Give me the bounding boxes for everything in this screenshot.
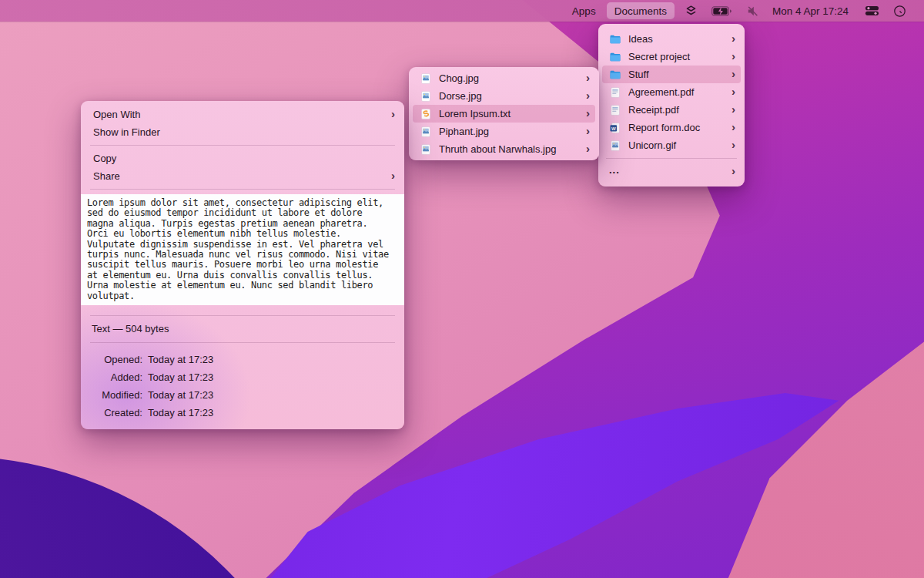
menu-item-lorem-ipsum-txt[interactable]: Lorem Ipsum.txt › (413, 105, 595, 123)
desktop: Apps Documents Mon 4 Apr 17:24 (0, 0, 924, 578)
menu-item-label: Copy (93, 153, 395, 164)
date-value: Today at 17:23 (148, 407, 213, 418)
menu-item-label: Dorse.jpg (439, 90, 576, 102)
date-value: Today at 17:23 (148, 371, 213, 383)
menu-bar: Apps Documents Mon 4 Apr 17:24 (0, 0, 924, 22)
menu-item-label: Agreement.pdf (628, 86, 721, 98)
menu-item-dorse-jpg[interactable]: Dorse.jpg › (409, 87, 599, 105)
menu-item-ideas[interactable]: Ideas › (598, 30, 745, 48)
menu-item-label: Thruth about Narwhals.jpg (439, 143, 576, 155)
chevron-right-icon: › (582, 125, 590, 136)
menu-item-share[interactable]: Share › (81, 167, 404, 185)
image-file-icon (420, 72, 433, 85)
text-file-icon (420, 107, 433, 120)
menu-separator (90, 342, 395, 343)
chevron-right-icon: › (728, 50, 735, 62)
folder-icon (609, 32, 622, 45)
menu-item-label: Unicorn.gif (628, 139, 721, 151)
menubar-clock[interactable]: Mon 4 Apr 17:24 (766, 2, 858, 19)
folder-icon (609, 68, 622, 81)
clock-icon[interactable] (886, 0, 913, 22)
menu-item-receipt-pdf[interactable]: Receipt.pdf › (598, 101, 745, 119)
chevron-right-icon: › (582, 72, 590, 83)
menu-item-label: Piphant.jpg (439, 126, 576, 137)
menu-item-label: Lorem Ipsum.txt (439, 108, 576, 119)
battery-charging-icon[interactable] (705, 0, 739, 22)
date-label: Added: (81, 371, 142, 383)
file-date-added: Added: Today at 17:23 (81, 368, 404, 386)
menu-item-stuff[interactable]: Stuff › (602, 66, 741, 83)
menu-item-label: Receipt.pdf (628, 104, 721, 116)
menu-item-unicorn-gif[interactable]: Unicorn.gif › (598, 136, 745, 154)
menu-item-agreement-pdf[interactable]: Agreement.pdf › (598, 83, 745, 101)
menu-item-label: Open With (93, 109, 387, 120)
chevron-right-icon: › (582, 143, 590, 154)
menu-item-open-with[interactable]: Open With › (81, 106, 404, 123)
ellipsis-label: ... (609, 164, 721, 176)
date-label: Opened: (81, 354, 142, 365)
menu-item-piphant-jpg[interactable]: Piphant.jpg › (409, 123, 599, 140)
file-date-opened: Opened: Today at 17:23 (81, 351, 404, 368)
menu-documents[interactable]: Documents (607, 2, 675, 19)
sound-muted-icon[interactable] (739, 0, 766, 22)
chevron-right-icon: › (728, 165, 735, 176)
chevron-right-icon: › (728, 121, 735, 133)
chevron-right-icon: › (387, 170, 395, 181)
menu-item-label: Ideas (628, 33, 721, 45)
menu-item-label: Chog.jpg (439, 72, 576, 84)
date-label: Created: (81, 407, 142, 418)
word-file-icon: W (609, 121, 622, 134)
chevron-right-icon: › (387, 108, 395, 119)
menu-item-more[interactable]: ... › (598, 163, 745, 180)
image-file-icon (609, 139, 622, 152)
date-value: Today at 17:23 (148, 389, 213, 401)
image-file-icon (420, 125, 433, 138)
menu-separator (90, 189, 395, 190)
date-value: Today at 17:23 (148, 354, 213, 365)
layers-icon[interactable] (678, 0, 705, 22)
file-date-modified: Modified: Today at 17:23 (81, 386, 404, 404)
file-preview-menu: Open With › Show in Finder Copy Share › … (81, 101, 404, 429)
file-preview-text: Lorem ipsum dolor sit amet, consectetur … (81, 194, 404, 305)
folder-icon (609, 50, 622, 63)
menu-item-label: Show in Finder (93, 126, 395, 138)
chevron-right-icon: › (728, 86, 735, 97)
menu-item-thruth-about-narwhals-jpg[interactable]: Thruth about Narwhals.jpg › (409, 140, 599, 158)
svg-text:W: W (611, 126, 616, 130)
menu-separator (606, 158, 737, 159)
pdf-file-icon (609, 103, 622, 116)
menu-item-report-form-doc[interactable]: W Report form.doc › (598, 119, 745, 136)
chevron-right-icon: › (728, 139, 735, 150)
documents-menu: Ideas › Secret project › Stuff › Agreeme… (598, 24, 745, 187)
menu-item-secret-project[interactable]: Secret project › (598, 48, 745, 66)
chevron-right-icon: › (582, 107, 590, 119)
chevron-right-icon: › (728, 103, 735, 115)
menu-item-label: Report form.doc (628, 122, 721, 133)
menu-item-label: Stuff (628, 69, 721, 80)
menu-separator (90, 315, 395, 316)
image-file-icon (420, 143, 433, 156)
file-kind-size: Text — 504 bytes (81, 320, 404, 338)
menu-apps[interactable]: Apps (564, 2, 604, 19)
menu-item-chog-jpg[interactable]: Chog.jpg › (409, 69, 599, 87)
menu-item-show-in-finder[interactable]: Show in Finder (81, 123, 404, 141)
menu-item-label: Share (93, 170, 387, 182)
chevron-right-icon: › (728, 32, 735, 44)
chevron-right-icon: › (582, 89, 590, 101)
stuff-submenu: Chog.jpg › Dorse.jpg › Lorem Ipsum.txt ›… (409, 67, 599, 160)
file-date-created: Created: Today at 17:23 (81, 404, 404, 422)
chevron-right-icon: › (728, 68, 735, 79)
menu-item-copy[interactable]: Copy (81, 150, 404, 167)
image-file-icon (420, 89, 433, 102)
date-label: Modified: (81, 389, 142, 401)
menu-separator (90, 145, 395, 146)
pdf-file-icon (609, 86, 622, 99)
control-center-icon[interactable] (858, 0, 886, 22)
menu-item-label: Secret project (628, 51, 721, 62)
